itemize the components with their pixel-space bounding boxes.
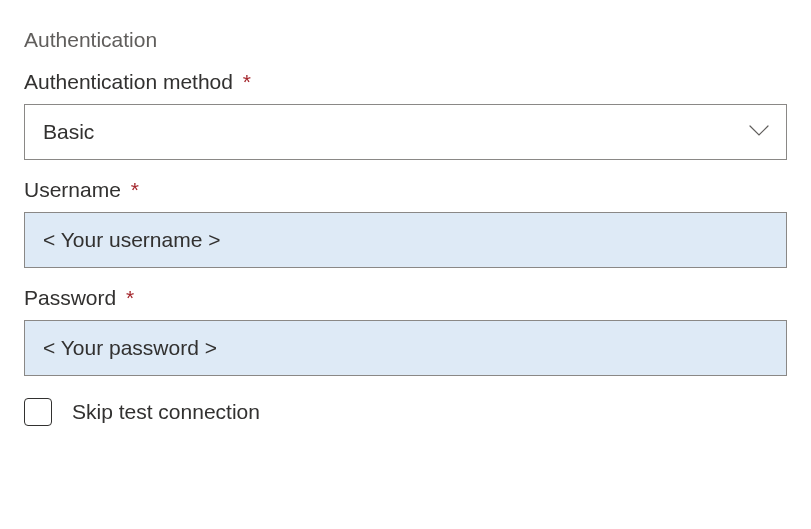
- authentication-section: Authentication Authentication method * B…: [24, 28, 787, 426]
- username-input[interactable]: [24, 212, 787, 268]
- skip-test-row: Skip test connection: [24, 398, 787, 426]
- auth-method-label-text: Authentication method: [24, 70, 233, 93]
- auth-method-select-wrapper: Basic: [24, 104, 787, 160]
- auth-method-label: Authentication method *: [24, 70, 787, 94]
- skip-test-checkbox[interactable]: [24, 398, 52, 426]
- password-label-text: Password: [24, 286, 116, 309]
- required-asterisk: *: [243, 70, 251, 93]
- auth-method-select[interactable]: Basic: [24, 104, 787, 160]
- required-asterisk: *: [131, 178, 139, 201]
- username-label: Username *: [24, 178, 787, 202]
- username-label-text: Username: [24, 178, 121, 201]
- password-input[interactable]: [24, 320, 787, 376]
- section-title: Authentication: [24, 28, 787, 52]
- auth-method-value: Basic: [43, 120, 94, 143]
- auth-method-field: Authentication method * Basic: [24, 70, 787, 160]
- skip-test-label[interactable]: Skip test connection: [72, 400, 260, 424]
- password-field: Password *: [24, 286, 787, 376]
- required-asterisk: *: [126, 286, 134, 309]
- password-label: Password *: [24, 286, 787, 310]
- username-field: Username *: [24, 178, 787, 268]
